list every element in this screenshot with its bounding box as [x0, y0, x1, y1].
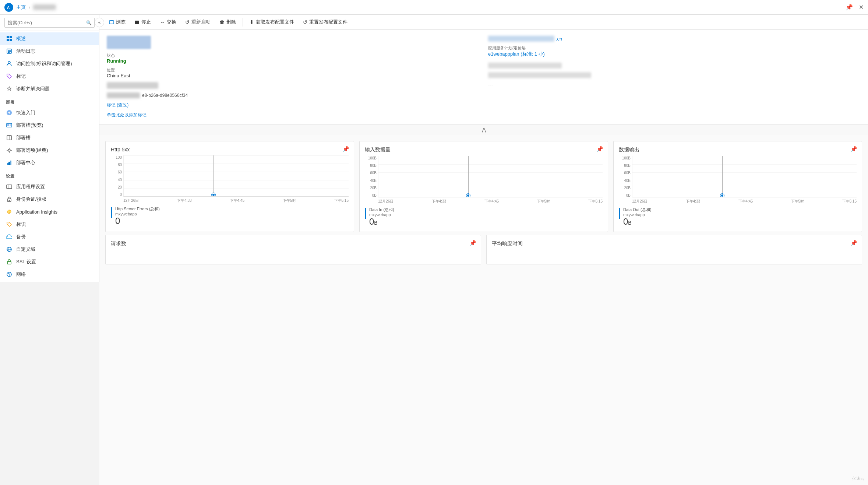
- tags-link[interactable]: 标记 (查改): [107, 102, 128, 108]
- swap-button[interactable]: ↔ 交换: [156, 17, 180, 27]
- sidebar-item-deploy-slots-preview[interactable]: 部署槽(预览): [0, 119, 99, 131]
- stop-button[interactable]: 停止: [131, 17, 155, 27]
- chart-x-axis3: 12月26日下午4:33下午4:45下午5时下午5:15: [632, 199, 857, 204]
- sidebar-label-deploy-center: 部署中心: [16, 159, 35, 166]
- sidebar-item-activity-log[interactable]: 活动日志: [0, 45, 99, 57]
- svg-rect-14: [10, 124, 11, 126]
- id-suffix: e8-b26a-d98e0566cf34: [142, 93, 188, 98]
- breadcrumb-home[interactable]: 主页: [16, 4, 26, 11]
- location-label: 位置: [107, 67, 479, 73]
- chart-x-axis: 12月26日下午4:33下午4:45下午5时下午5:15: [123, 198, 349, 203]
- legend-subname: mxywebapp: [115, 212, 160, 216]
- tags-section: 标记 (查改): [107, 102, 479, 108]
- chart-data-in-pin[interactable]: 📌: [596, 146, 603, 152]
- charts-row1: Http 5xx 📌 100806040200: [99, 135, 868, 235]
- sidebar-label-backup: 备份: [16, 233, 26, 240]
- deploy-slots-icon: [6, 134, 13, 141]
- sidebar-label-access: 访问控制(标识和访问管理): [16, 60, 72, 67]
- sidebar-item-quickstart[interactable]: 快速入门: [0, 106, 99, 119]
- id-blurred: [107, 92, 140, 98]
- sidebar-item-tags[interactable]: 标记: [0, 70, 99, 82]
- svg-rect-23: [8, 162, 10, 165]
- svg-rect-9: [8, 52, 10, 53]
- chart-data-in: 输入数据量 📌 100B80B60B40B20B0B: [359, 141, 608, 232]
- delete-button[interactable]: 🗑 删除: [216, 17, 240, 27]
- svg-rect-22: [7, 163, 8, 165]
- sidebar-item-ssl[interactable]: SSL 设置: [0, 256, 99, 268]
- get-publish-button[interactable]: ⬇ 获取发布配置文件: [246, 17, 298, 27]
- sidebar-item-app-settings[interactable]: 应用程序设置: [0, 180, 99, 193]
- sidebar-label-deploy-slots-preview: 部署槽(预览): [16, 122, 43, 129]
- svg-rect-5: [10, 39, 12, 41]
- sidebar-collapse-btn[interactable]: «: [95, 18, 104, 27]
- svg-rect-3: [10, 36, 12, 38]
- browse-button[interactable]: 浏览: [105, 17, 129, 27]
- sidebar-nav: 概述 活动日志: [0, 31, 99, 282]
- svg-point-32: [8, 223, 8, 224]
- collapse-section-btn[interactable]: ⋀: [99, 124, 868, 135]
- svg-point-28: [9, 200, 10, 201]
- sidebar-item-diagnose[interactable]: 诊断并解决问题: [0, 82, 99, 95]
- sidebar-label-custom-domain: 自定义域: [16, 246, 35, 253]
- chart-legend3: Data Out (总和) mxywebapp 0B: [619, 207, 857, 226]
- subscription-blurred: [107, 82, 158, 89]
- legend-value3: 0B: [623, 217, 651, 226]
- add-tag-link[interactable]: 单击此处以添加标记: [107, 112, 147, 117]
- chart-data-out-pin[interactable]: 📌: [850, 146, 857, 152]
- svg-rect-24: [10, 161, 11, 165]
- svg-rect-4: [7, 39, 9, 41]
- toolbar-separator: [243, 18, 243, 27]
- chart-avg-response-pin[interactable]: 📌: [850, 240, 857, 246]
- sidebar-label-auth: 身份验证/授权: [16, 196, 46, 203]
- sidebar-item-app-insights[interactable]: Application Insights: [0, 205, 99, 218]
- sidebar-item-deploy-center[interactable]: 部署中心: [0, 157, 99, 169]
- chart-requests: 请求数 📌: [105, 235, 481, 264]
- legend-value2: 0B: [369, 217, 394, 226]
- svg-rect-36: [7, 261, 11, 264]
- chart-requests-pin[interactable]: 📌: [469, 240, 476, 246]
- restart-button[interactable]: ↺ 重新启动: [181, 17, 214, 27]
- plan-value[interactable]: e1webappplan (标准: 1 小): [488, 51, 861, 57]
- legend-name: Http Server Errors (总和): [115, 206, 160, 212]
- close-icon[interactable]: ✕: [859, 4, 864, 11]
- sidebar-item-overview[interactable]: 概述: [0, 32, 99, 45]
- backup-icon: [6, 233, 13, 240]
- sidebar-label-network: 网络: [16, 271, 26, 278]
- reset-publish-label: 重置发布配置文件: [309, 19, 347, 25]
- sidebar-item-access-control[interactable]: 访问控制(标识和访问管理): [0, 57, 99, 70]
- sidebar-item-custom-domain[interactable]: 自定义域: [0, 243, 99, 256]
- add-tag[interactable]: 单击此处以添加标记: [107, 112, 479, 118]
- chart-y-axis3: 100B80B60B40B20B0B: [619, 156, 631, 197]
- diagnose-icon: [6, 85, 13, 92]
- chart-http5xx-area: 100806040200: [111, 155, 349, 203]
- reset-icon: ↺: [303, 19, 307, 25]
- info-image-blurred: [107, 36, 151, 49]
- sidebar-item-backup[interactable]: 备份: [0, 231, 99, 243]
- swap-label: 交换: [167, 19, 176, 25]
- section-deploy: 部署: [0, 95, 99, 106]
- url-blurred: [488, 36, 554, 42]
- sidebar-label-quickstart: 快速入门: [16, 109, 35, 116]
- sidebar-item-deploy-options[interactable]: 部署选项(经典): [0, 144, 99, 157]
- sidebar-item-identity[interactable]: 标识: [0, 218, 99, 231]
- sidebar-item-auth[interactable]: 身份验证/授权: [0, 193, 99, 205]
- browse-label: 浏览: [116, 19, 126, 25]
- info-section: 状态 Running 位置 China East e8-b26a-d98e056…: [99, 30, 868, 124]
- reset-publish-button[interactable]: ↺ 重置发布配置文件: [299, 17, 351, 27]
- chart-http5xx-pin[interactable]: 📌: [342, 146, 349, 152]
- sidebar-search-container: 🔍: [0, 15, 99, 31]
- restart-label: 重新启动: [191, 19, 211, 25]
- search-input[interactable]: [4, 18, 95, 28]
- status-label: 状态: [107, 53, 479, 58]
- sidebar-item-deploy-slots[interactable]: 部署槽: [0, 131, 99, 144]
- sidebar-item-network[interactable]: 网络: [0, 268, 99, 281]
- deploy-center-icon: [6, 159, 13, 166]
- legend-value: 0: [115, 216, 160, 226]
- location-value: China East: [107, 73, 479, 78]
- sidebar-label-tags: 标记: [16, 73, 26, 80]
- svg-rect-13: [7, 124, 9, 126]
- svg-point-11: [8, 75, 8, 75]
- plan-label: 应用服务计划/定价层: [488, 45, 861, 51]
- pin-icon[interactable]: 📌: [846, 4, 853, 11]
- legend-name3: Data Out (总和): [623, 207, 651, 212]
